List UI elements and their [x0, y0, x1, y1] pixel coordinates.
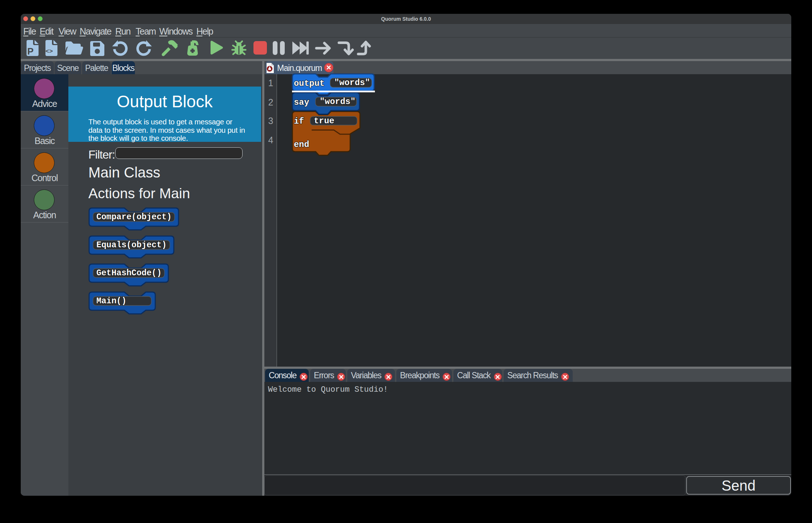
svg-text:output: output [294, 79, 325, 88]
svg-text:true: true [314, 116, 334, 126]
svg-text:GetHashCode(): GetHashCode() [96, 268, 161, 278]
svg-text:Compare(object): Compare(object) [96, 212, 172, 222]
svg-text:Main(): Main() [96, 296, 127, 306]
svg-text:say: say [294, 97, 309, 107]
svg-text:P: P [27, 46, 33, 57]
svg-text:Equals(object): Equals(object) [96, 240, 167, 250]
svg-text:end: end [294, 140, 309, 149]
svg-text:if: if [294, 116, 304, 126]
svg-text:<>: <> [45, 48, 53, 55]
svg-text:"words": "words" [334, 78, 370, 88]
svg-text:"words": "words" [320, 97, 356, 107]
